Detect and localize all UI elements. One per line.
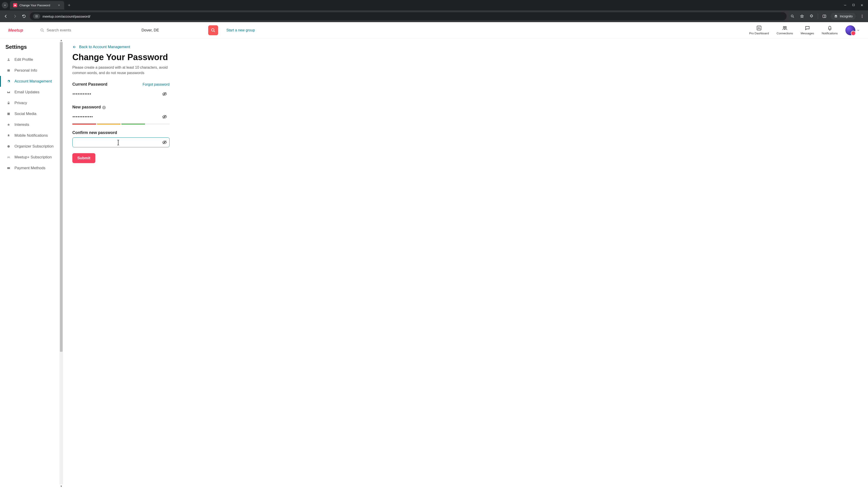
scroll-track[interactable] [59, 42, 63, 484]
url-text: meetup.com/account/password/ [42, 14, 90, 18]
header-nav: Pro Dashboard Connections Messages Notif… [749, 25, 860, 35]
toggle-visibility-icon[interactable] [162, 114, 167, 119]
sidebar-item-personal-info[interactable]: Personal Info [0, 65, 63, 76]
scroll-thumb[interactable] [60, 42, 63, 352]
current-password-block: Current Password Forgot password [72, 82, 169, 99]
messages-icon [805, 25, 810, 31]
forward-button[interactable] [12, 13, 18, 20]
arrow-left-icon [72, 45, 77, 49]
site-info-icon[interactable] [33, 14, 40, 19]
scroll-down-arrow[interactable]: ▼ [60, 484, 63, 488]
maximize-button[interactable] [852, 4, 855, 7]
bookmark-icon[interactable] [799, 13, 805, 20]
window-controls [844, 4, 866, 7]
settings-sidebar: Settings Edit Profile Personal Info Acco… [0, 38, 63, 488]
search-input[interactable] [46, 28, 108, 33]
svg-point-16 [7, 145, 10, 148]
new-password-label: New passwordi [72, 105, 106, 109]
card-icon [6, 69, 11, 72]
nav-pro-dashboard[interactable]: Pro Dashboard [749, 25, 769, 35]
current-password-input[interactable] [72, 92, 169, 96]
sidebar-item-social-media[interactable]: Social Media [0, 108, 63, 119]
search-icon [40, 28, 44, 33]
bell-icon [6, 134, 11, 137]
toggle-visibility-icon[interactable] [162, 140, 167, 145]
side-panel-icon[interactable] [821, 13, 828, 20]
strength-segment-weak [72, 124, 96, 125]
svg-point-11 [785, 26, 786, 28]
sidebar-container: Settings Edit Profile Personal Info Acco… [0, 38, 63, 488]
search-events[interactable] [40, 28, 108, 33]
content: Settings Edit Profile Personal Info Acco… [0, 38, 868, 488]
nav-connections[interactable]: Connections [777, 25, 793, 35]
forgot-password-link[interactable]: Forgot password [143, 83, 169, 87]
url-bar[interactable]: meetup.com/account/password/ [30, 12, 786, 20]
mail-icon [6, 90, 11, 94]
scroll-up-arrow[interactable]: ▲ [60, 38, 63, 42]
bell-icon [827, 25, 833, 31]
meetup-favicon [13, 3, 17, 7]
connections-icon [782, 25, 787, 31]
page-subtitle: Please create a password with at least 1… [72, 65, 169, 76]
lock-icon [6, 101, 11, 105]
svg-rect-13 [7, 69, 10, 71]
tab-close-button[interactable] [57, 3, 61, 7]
svg-rect-0 [852, 4, 855, 6]
toggle-visibility-icon[interactable] [162, 92, 167, 96]
tab-strip: Change Your Password [0, 0, 868, 10]
credit-card-icon [6, 166, 11, 170]
nav-messages[interactable]: Messages [801, 25, 814, 35]
main-content: Back to Account Management Change Your P… [63, 38, 868, 488]
sidebar-item-email-updates[interactable]: Email Updates [0, 87, 63, 98]
search-button[interactable] [208, 25, 218, 35]
incognito-indicator[interactable]: Incognito [831, 13, 856, 20]
sidebar-title: Settings [5, 44, 63, 50]
chevron-down-icon [857, 29, 860, 32]
confirm-password-field-wrap [72, 137, 169, 147]
meetup-plus-icon [6, 156, 11, 159]
start-new-group-link[interactable]: Start a new group [226, 28, 255, 32]
new-password-field-wrap [72, 112, 169, 122]
sidebar-item-meetup-plus-subscription[interactable]: Meetup+ Subscription [0, 152, 63, 163]
search-icon[interactable] [789, 13, 796, 20]
info-icon[interactable]: i [102, 106, 106, 109]
browser-tab[interactable]: Change Your Password [10, 1, 64, 9]
user-menu[interactable] [845, 25, 860, 35]
back-to-account-link[interactable]: Back to Account Management [72, 45, 859, 49]
current-password-field-wrap [72, 89, 169, 99]
meetup-logo[interactable]: Meetup [8, 27, 31, 34]
new-password-input[interactable] [72, 115, 169, 119]
tab-title: Change Your Password [20, 4, 55, 7]
nav-notifications[interactable]: Notifications [822, 25, 838, 35]
confirm-password-input[interactable] [76, 140, 166, 144]
svg-rect-14 [8, 103, 9, 104]
gear-icon [6, 79, 11, 83]
extensions-icon[interactable] [808, 13, 815, 20]
sidebar-item-account-management[interactable]: Account Management [0, 76, 63, 87]
current-password-label: Current Password [72, 82, 107, 87]
reload-button[interactable] [21, 13, 27, 20]
menu-icon[interactable] [859, 13, 865, 20]
back-button[interactable] [3, 13, 9, 20]
sidebar-item-mobile-notifications[interactable]: Mobile Notifications [0, 130, 63, 141]
svg-point-1 [791, 15, 793, 17]
sidebar-item-organizer-subscription[interactable]: Organizer Subscription [0, 141, 63, 152]
badge-icon [6, 144, 11, 148]
page-title: Change Your Password [72, 53, 859, 62]
minimize-button[interactable] [844, 4, 847, 7]
submit-button[interactable]: Submit [72, 153, 95, 163]
confirm-password-block: Confirm new password [72, 130, 169, 147]
sidebar-item-interests[interactable]: Interests [0, 119, 63, 130]
close-window-button[interactable] [860, 4, 864, 7]
sidebar-item-privacy[interactable]: Privacy [0, 98, 63, 108]
location-text[interactable]: Dover, DE [142, 28, 159, 33]
tab-search-dropdown[interactable] [2, 2, 8, 8]
svg-point-5 [862, 17, 863, 18]
new-tab-button[interactable] [66, 2, 72, 8]
sidebar-item-edit-profile[interactable]: Edit Profile [0, 54, 63, 65]
sidebar-scrollbar[interactable]: ▲ ▼ [59, 38, 63, 488]
svg-rect-2 [823, 15, 826, 18]
svg-point-7 [41, 29, 43, 31]
sidebar-item-payment-methods[interactable]: Payment Methods [0, 163, 63, 173]
site-header: Meetup Dover, DE Start a new group Pro D… [0, 22, 868, 38]
